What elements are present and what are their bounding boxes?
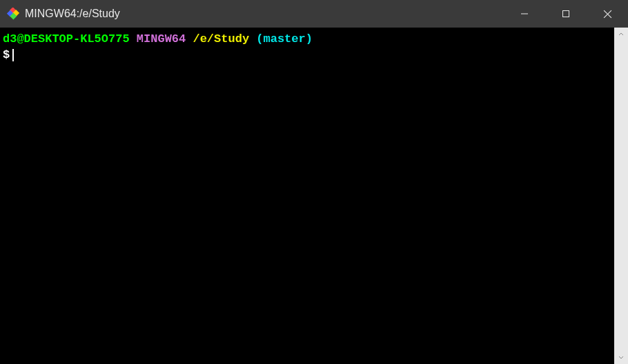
scroll-down-icon[interactable] — [614, 350, 628, 364]
close-button[interactable] — [587, 0, 628, 28]
minimize-button[interactable] — [504, 0, 545, 28]
window-controls — [504, 0, 628, 28]
user-host: d3@DESKTOP-KL5O775 — [3, 32, 130, 46]
title-bar: MINGW64:/e/Study — [0, 0, 628, 28]
input-line[interactable]: $ — [3, 48, 611, 63]
cursor — [12, 49, 14, 61]
terminal-content[interactable]: d3@DESKTOP-KL5O775 MINGW64 /e/Study (mas… — [0, 28, 614, 364]
terminal-area[interactable]: d3@DESKTOP-KL5O775 MINGW64 /e/Study (mas… — [0, 28, 628, 364]
app-icon — [7, 8, 19, 20]
prompt-line: d3@DESKTOP-KL5O775 MINGW64 /e/Study (mas… — [3, 32, 611, 48]
prompt-symbol: $ — [3, 48, 10, 63]
git-branch: (master) — [256, 32, 313, 46]
maximize-button[interactable] — [545, 0, 587, 28]
env-label: MINGW64 — [137, 32, 186, 46]
scroll-up-icon[interactable] — [614, 28, 628, 41]
svg-rect-5 — [563, 11, 569, 17]
window-title: MINGW64:/e/Study — [25, 8, 120, 20]
scrollbar[interactable] — [614, 28, 628, 364]
title-left: MINGW64:/e/Study — [7, 8, 120, 20]
current-path: /e/Study — [193, 32, 249, 46]
